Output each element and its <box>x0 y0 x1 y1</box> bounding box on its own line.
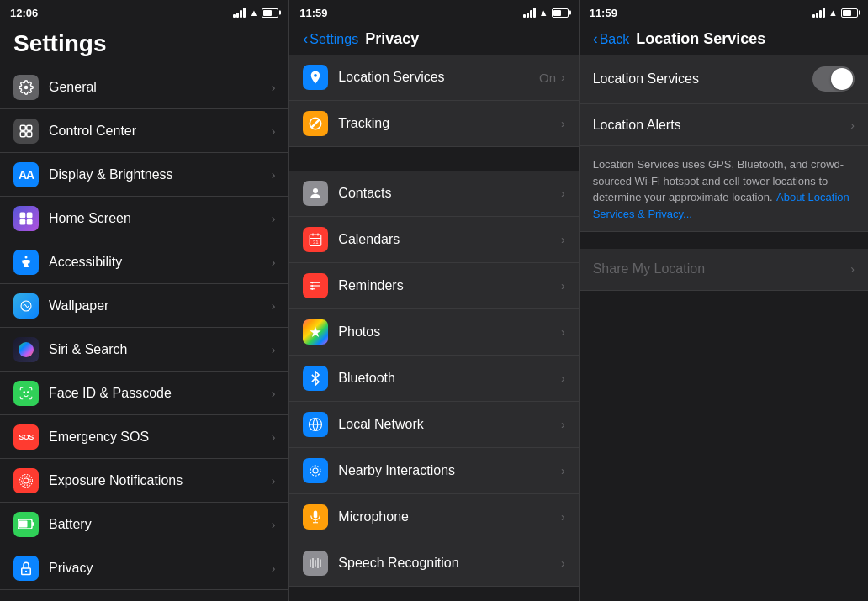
photos-icon <box>303 319 328 345</box>
privacy-microphone-item[interactable]: Microphone › <box>289 494 578 540</box>
tracking-label: Tracking <box>338 116 561 131</box>
privacy-calendars-item[interactable]: 31 Calendars › <box>289 217 578 263</box>
privacy-bluetooth-item[interactable]: Bluetooth › <box>289 356 578 402</box>
bluetooth-label: Bluetooth <box>338 371 561 386</box>
general-chevron: › <box>272 81 276 94</box>
nearby-interactions-icon <box>303 458 328 483</box>
privacy-photos-item[interactable]: Photos › <box>289 309 578 356</box>
photos-chevron: › <box>561 325 565 339</box>
signal-icon-2 <box>523 8 536 18</box>
calendars-chevron: › <box>561 233 565 246</box>
sos-icon: SOS <box>13 424 39 450</box>
home-screen-chevron: › <box>272 212 276 225</box>
battery-icon-1 <box>262 8 278 18</box>
location-services-toggle-item: Location Services <box>580 55 868 104</box>
battery-fill-1 <box>263 10 272 16</box>
settings-item-siri[interactable]: Siri & Search › <box>0 328 288 372</box>
svg-rect-6 <box>20 219 26 224</box>
privacy-reminders-item[interactable]: Reminders › <box>289 263 578 309</box>
display-label: Display & Brightness <box>49 167 272 182</box>
svg-point-10 <box>24 391 25 393</box>
svg-rect-0 <box>20 125 25 130</box>
local-network-icon <box>303 412 328 437</box>
settings-item-home-screen[interactable]: Home Screen › <box>0 197 288 240</box>
settings-item-accessibility[interactable]: Accessibility › <box>0 240 288 284</box>
share-my-location-item[interactable]: Share My Location › <box>580 249 868 291</box>
wallpaper-label: Wallpaper <box>49 298 272 314</box>
bluetooth-icon <box>303 366 328 391</box>
svg-point-27 <box>311 288 313 290</box>
settings-item-control-center[interactable]: Control Center › <box>0 109 288 153</box>
calendars-label: Calendars <box>338 232 561 247</box>
settings-title: Settings <box>0 24 288 66</box>
settings-item-exposure[interactable]: Exposure Notifications › <box>0 459 288 503</box>
location-services-section: Location Services Location Alerts › Loca… <box>580 55 868 291</box>
nearby-interactions-label: Nearby Interactions <box>338 463 561 478</box>
face-id-label: Face ID & Passcode <box>49 386 272 401</box>
location-services-chevron: › <box>561 71 565 84</box>
battery-fill-3 <box>843 10 851 16</box>
svg-rect-17 <box>32 522 34 526</box>
privacy-back-button[interactable]: ‹ Settings <box>303 30 358 48</box>
sos-chevron: › <box>272 430 276 444</box>
location-section-divider <box>580 232 868 249</box>
photos-label: Photos <box>338 324 561 340</box>
reminders-label: Reminders <box>338 278 561 293</box>
share-my-location-chevron: › <box>850 262 855 276</box>
privacy-title: Privacy <box>365 30 419 48</box>
back-chevron-icon: ‹ <box>303 30 308 48</box>
settings-item-face-id[interactable]: Face ID & Passcode › <box>0 372 288 415</box>
status-bar-1: 12:06 ▲ <box>0 0 288 24</box>
signal-icon-3 <box>812 8 825 18</box>
privacy-speech-recognition-item[interactable]: Speech Recognition › <box>289 540 578 587</box>
svg-rect-5 <box>27 212 33 218</box>
nearby-chevron: › <box>561 464 565 477</box>
share-my-location-label: Share My Location <box>593 261 851 277</box>
settings-item-privacy[interactable]: Privacy › <box>0 546 288 590</box>
battery-icon-2 <box>552 8 569 18</box>
location-services-value: On <box>539 71 556 85</box>
status-icons-3: ▲ <box>812 8 858 18</box>
siri-icon <box>13 337 39 362</box>
wallpaper-chevron: › <box>272 299 276 313</box>
privacy-local-network-item[interactable]: Local Network › <box>289 402 578 448</box>
privacy-tracking-item[interactable]: Tracking › <box>289 101 578 147</box>
location-services-title: Location Services <box>636 30 765 48</box>
svg-point-30 <box>313 468 318 473</box>
microphone-chevron: › <box>561 510 565 524</box>
settings-item-emergency-sos[interactable]: SOS Emergency SOS › <box>0 415 288 459</box>
reminders-chevron: › <box>561 279 565 293</box>
calendars-icon: 31 <box>303 227 328 252</box>
privacy-nearby-interactions-item[interactable]: Nearby Interactions › <box>289 448 578 494</box>
accessibility-label: Accessibility <box>49 255 272 270</box>
privacy-contacts-item[interactable]: Contacts › <box>289 171 578 217</box>
battery-chevron: › <box>272 518 276 531</box>
bluetooth-chevron: › <box>561 372 565 385</box>
settings-item-general[interactable]: General › <box>0 66 288 109</box>
location-alerts-label: Location Alerts <box>593 118 851 133</box>
settings-panel: 12:06 ▲ Settings General › Control Ce <box>0 0 289 601</box>
svg-rect-16 <box>19 521 28 528</box>
exposure-chevron: › <box>272 474 276 488</box>
privacy-location-services-item[interactable]: Location Services On › <box>289 55 578 101</box>
face-id-chevron: › <box>272 387 276 400</box>
location-services-back-button[interactable]: ‹ Back <box>593 30 630 48</box>
svg-point-31 <box>310 466 320 476</box>
display-chevron: › <box>272 168 276 182</box>
privacy-nav-header: ‹ Settings Privacy <box>289 24 578 55</box>
exposure-label: Exposure Notifications <box>49 473 272 488</box>
speech-recognition-icon <box>303 551 328 576</box>
location-services-toggle[interactable] <box>812 66 855 92</box>
svg-rect-3 <box>27 131 32 136</box>
location-alerts-item[interactable]: Location Alerts › <box>580 104 868 146</box>
home-screen-icon <box>13 206 39 231</box>
settings-item-battery[interactable]: Battery › <box>0 503 288 546</box>
status-icons-1: ▲ <box>233 8 278 18</box>
settings-item-wallpaper[interactable]: Wallpaper › <box>0 284 288 328</box>
local-network-label: Local Network <box>338 417 561 432</box>
time-1: 12:06 <box>10 7 38 19</box>
control-center-label: Control Center <box>49 124 272 139</box>
tracking-icon <box>303 111 328 136</box>
settings-item-display[interactable]: AA Display & Brightness › <box>0 153 288 197</box>
svg-point-11 <box>28 391 29 393</box>
